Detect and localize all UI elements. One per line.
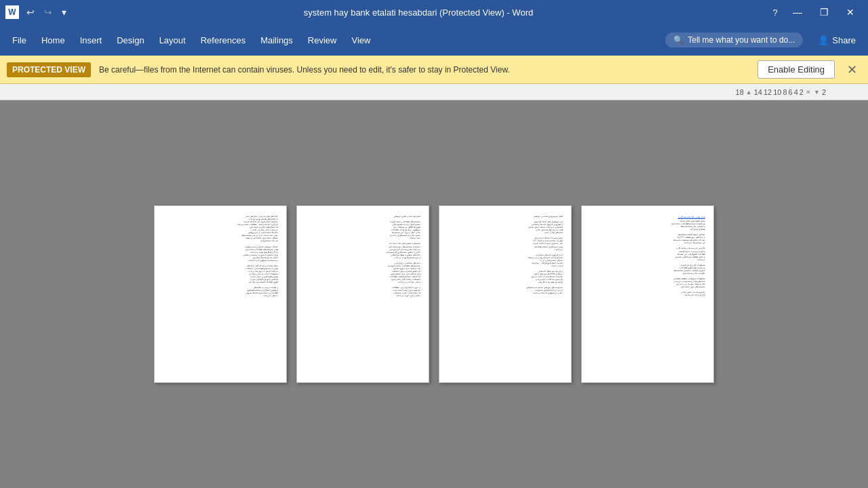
ruler-arrow-right: ▼ xyxy=(814,89,820,96)
protected-view-bar: PROTECTED VIEW Be careful—files from the… xyxy=(0,56,868,84)
help-button[interactable]: ? xyxy=(767,4,783,20)
page-text: فصل دوم: مبانی نظری پژوهش سیستم‌های اطلا… xyxy=(305,216,420,298)
search-icon: 🔍 xyxy=(673,35,684,45)
customize-qat-button[interactable]: ▾ xyxy=(58,5,70,19)
ruler-arrow-left: ▲ xyxy=(746,89,752,96)
tab-insert[interactable]: Insert xyxy=(73,31,109,49)
close-button[interactable]: ✕ xyxy=(838,4,863,20)
protected-view-message: Be careful—files from the Internet can c… xyxy=(99,65,749,75)
ruler-mark-2: 2 xyxy=(800,88,804,96)
text-line: به نظر می‌رسد. xyxy=(163,295,278,298)
title-bar-left: W ↩ ↪ ▾ xyxy=(5,5,70,19)
ruler-content: 18 ▲ 14 12 10 8 6 4 2 ✕ ▼ 2 xyxy=(8,88,860,96)
tab-view[interactable]: View xyxy=(344,31,377,49)
ribbon: File Home Insert Design Layout Reference… xyxy=(0,24,868,56)
ruler-mark-2b: 2 xyxy=(822,88,826,96)
window-controls: ? — ❐ ✕ xyxy=(767,4,863,20)
page-text: بانک‌های دولتی ایران در سال‌های اخیربا چ… xyxy=(163,216,278,298)
ruler-mark-6: 6 xyxy=(789,88,793,96)
title-bar: W ↩ ↪ ▾ system hay bank etalati hesabdar… xyxy=(0,0,868,24)
tab-design[interactable]: Design xyxy=(110,31,151,49)
quick-access-toolbar: ↩ ↪ ▾ xyxy=(23,5,70,19)
undo-button[interactable]: ↩ xyxy=(23,5,38,19)
ribbon-search-text: Tell me what you want to do... xyxy=(688,35,795,45)
page-text: فصل سوم: روش‌شناسی پژوهش این پژوهش از نظ… xyxy=(448,216,563,295)
document-page-page1: بانک‌های دولتی ایران در سال‌های اخیربا چ… xyxy=(154,205,287,383)
share-label: Share xyxy=(832,35,856,45)
text-line: زمانی در جمع‌آوری داده‌ها می‌باشد. xyxy=(448,292,563,295)
tab-home[interactable]: Home xyxy=(35,31,72,49)
tab-file[interactable]: File xyxy=(5,31,33,49)
word-icon: W xyxy=(5,5,19,19)
ruler-mark-10: 10 xyxy=(773,88,781,96)
ruler-mark-14: 14 xyxy=(754,88,762,96)
tab-mailings[interactable]: Mailings xyxy=(254,31,300,49)
text-line: بیشتر در این حوزه می‌باشد. xyxy=(305,295,420,298)
restore-button[interactable]: ❐ xyxy=(812,4,837,20)
share-icon: 👤 xyxy=(818,35,829,45)
tab-review[interactable]: Review xyxy=(301,31,344,49)
ruler-x-icon: ✕ xyxy=(806,89,811,96)
ruler-mark-12: 12 xyxy=(764,88,772,96)
ribbon-search[interactable]: 🔍 Tell me what you want to do... xyxy=(665,33,803,47)
window-title: system hay bank etalati hesabdari (Prote… xyxy=(70,7,767,18)
page-heading: فصل چهارم: یافته‌ها و نتیجه‌گیری xyxy=(590,216,705,218)
minimize-button[interactable]: — xyxy=(785,4,810,20)
protected-view-label: PROTECTED VIEW xyxy=(7,62,91,77)
ruler: 18 ▲ 14 12 10 8 6 4 2 ✕ ▼ 2 xyxy=(0,84,868,100)
ruler-mark-18: 18 xyxy=(736,88,744,96)
enable-editing-button[interactable]: Enable Editing xyxy=(757,60,835,79)
redo-button[interactable]: ↪ xyxy=(41,5,56,19)
page-text: نتایج تحلیل آماری نشان داد کهبین کیفیت س… xyxy=(590,220,705,297)
ruler-mark-4: 4 xyxy=(794,88,798,96)
document-page-page3: فصل سوم: روش‌شناسی پژوهش این پژوهش از نظ… xyxy=(439,205,572,383)
tab-references[interactable]: References xyxy=(194,31,252,49)
close-protected-bar-button[interactable]: ✕ xyxy=(843,61,861,79)
share-button[interactable]: 👤 Share xyxy=(811,32,863,49)
tab-layout[interactable]: Layout xyxy=(153,31,193,49)
text-line: گزارش ارائه شده است. xyxy=(590,294,705,297)
document-area: بانک‌های دولتی ایران در سال‌های اخیربا چ… xyxy=(0,100,868,488)
document-page-page4: فصل چهارم: یافته‌ها و نتیجه‌گیرینتایج تح… xyxy=(581,205,714,383)
ruler-mark-8: 8 xyxy=(783,88,787,96)
document-page-page2: فصل دوم: مبانی نظری پژوهش سیستم‌های اطلا… xyxy=(296,205,429,383)
